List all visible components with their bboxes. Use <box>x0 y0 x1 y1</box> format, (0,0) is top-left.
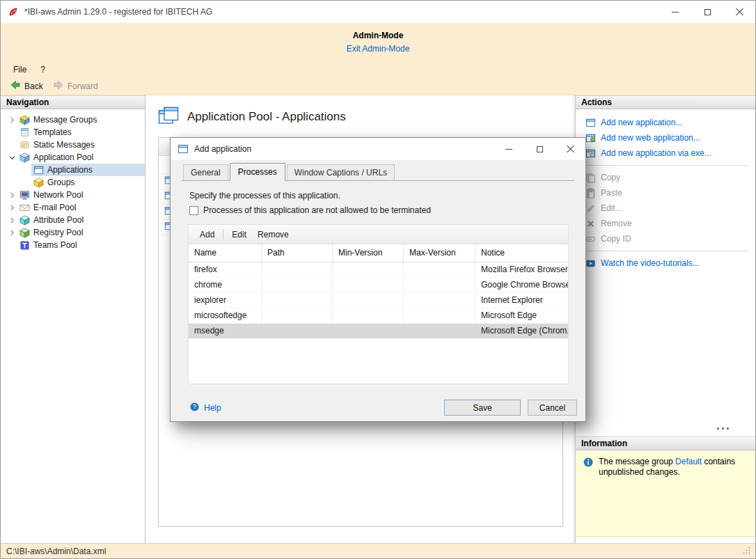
page-title-text: Application Pool - Applications <box>187 110 346 124</box>
chevron-right-icon[interactable] <box>6 205 17 211</box>
action-add-new-web-application[interactable]: Add new web application... <box>576 130 755 145</box>
chevron-right-icon[interactable] <box>6 192 17 198</box>
process-table: Name Path Min-Version Max-Version Notice… <box>188 244 569 384</box>
navigation-toolbar: Back Forward <box>1 77 755 95</box>
action-add-new-application[interactable]: Add new application... <box>576 115 755 130</box>
save-button[interactable]: Save <box>444 400 521 416</box>
dialog-maximize-button[interactable] <box>524 138 555 160</box>
minimize-button[interactable] <box>659 1 691 23</box>
process-row-iexplorer[interactable]: iexplorer Internet Explorer <box>189 293 568 308</box>
window-title: *IBI-aws Admin 1.29.0 - registered for I… <box>24 7 212 17</box>
tab-general[interactable]: General <box>183 164 228 181</box>
copy-id-icon <box>585 233 596 244</box>
cell-path <box>262 308 333 323</box>
info-panel-gripper[interactable] <box>717 427 729 430</box>
column-header-max-version[interactable]: Max-Version <box>404 244 475 262</box>
nav-item-message-groups[interactable]: Message Groups <box>1 113 145 126</box>
nav-item-applications[interactable]: Applications <box>1 164 145 176</box>
nav-item-network-pool[interactable]: Network Pool <box>1 189 145 201</box>
dialog-close-button[interactable] <box>555 138 585 160</box>
minimize-icon <box>672 12 679 13</box>
action-label: Paste <box>601 188 622 198</box>
maximize-icon <box>704 9 711 15</box>
help-icon: ? <box>189 402 200 414</box>
close-button[interactable] <box>723 1 755 23</box>
process-row-chrome[interactable]: chrome Google Chrome Browser <box>189 278 568 293</box>
add-process-button[interactable]: Add <box>194 228 220 242</box>
nav-item-teams-pool[interactable]: Teams Pool <box>1 239 145 251</box>
nav-item-registry-pool[interactable]: Registry Pool <box>1 226 145 239</box>
process-row-microsoftedge[interactable]: microsoftedge Microsoft Edge <box>189 308 568 324</box>
tab-window-captions-urls[interactable]: Window Captions / URLs <box>287 164 395 181</box>
menu-help[interactable]: ? <box>33 63 52 76</box>
teams-pool-icon <box>19 239 30 251</box>
action-copy[interactable]: Copy <box>576 170 755 185</box>
maximize-icon <box>537 146 543 152</box>
column-header-min-version[interactable]: Min-Version <box>333 244 404 262</box>
edit-icon <box>585 203 596 214</box>
column-header-name[interactable]: Name <box>189 244 262 262</box>
chevron-down-icon[interactable] <box>6 155 17 161</box>
copy-icon <box>585 172 596 183</box>
network-pool-icon <box>19 189 30 200</box>
action-label: Watch the video-tutorials... <box>601 258 700 268</box>
dialog-tab-strip: General Processes Window Captions / URLs <box>182 162 574 181</box>
cell-name: microsoftedge <box>189 308 262 323</box>
action-add-new-application-via-exe[interactable]: Add new application via exe... <box>576 145 755 161</box>
nav-item-attribute-pool[interactable]: Attribute Pool <box>1 214 145 226</box>
maximize-button[interactable] <box>691 1 723 23</box>
cell-notice: Microsoft Edge (Chrom... <box>475 324 568 338</box>
nav-item-application-pool[interactable]: Application Pool <box>1 151 145 164</box>
cell-name: iexplorer <box>189 293 262 308</box>
help-link[interactable]: ? Help <box>189 402 221 414</box>
process-row-firefox[interactable]: firefox Mozilla Firefox Browser <box>189 262 568 278</box>
tab-processes[interactable]: Processes <box>230 163 285 181</box>
chevron-right-icon[interactable] <box>6 117 17 123</box>
edit-process-button[interactable]: Edit <box>226 228 252 242</box>
menu-file[interactable]: File <box>6 63 33 76</box>
action-copy-id[interactable]: Copy ID <box>576 231 755 246</box>
terminate-checkbox[interactable] <box>189 206 198 215</box>
actions-list: Add new application... Add new web appli… <box>576 109 755 271</box>
column-header-path[interactable]: Path <box>262 244 333 262</box>
dialog-window-controls <box>494 138 585 160</box>
nav-item-static-messages[interactable]: Static Messages <box>1 139 145 151</box>
page-title: Application Pool - Applications <box>158 107 346 127</box>
nav-item-label: E-mail Pool <box>33 203 76 212</box>
action-watch-video-tutorials[interactable]: Watch the video-tutorials... <box>576 255 755 271</box>
remove-process-button[interactable]: Remove <box>252 228 294 242</box>
chevron-right-icon[interactable] <box>6 230 17 236</box>
action-edit[interactable]: Edit... <box>576 200 755 216</box>
chevron-right-icon[interactable] <box>6 217 17 223</box>
nav-item-label: Network Pool <box>33 190 83 200</box>
back-button[interactable]: Back <box>6 78 49 94</box>
add-application-exe-icon <box>585 148 596 159</box>
static-messages-icon <box>19 139 30 150</box>
forward-button[interactable]: Forward <box>49 78 104 94</box>
column-header-notice[interactable]: Notice <box>475 244 568 262</box>
nav-item-templates[interactable]: Templates <box>1 126 145 139</box>
process-list-group: Add Edit Remove Name Path Min-Version Ma… <box>188 224 569 384</box>
processes-description: Specify the processes of this applicatio… <box>189 191 340 200</box>
action-paste[interactable]: Paste <box>576 185 755 200</box>
dialog-title: Add application <box>194 144 251 154</box>
action-remove[interactable]: Remove <box>576 216 755 231</box>
dialog-minimize-button[interactable] <box>494 138 524 160</box>
terminate-checkbox-label: Processes of this application are not al… <box>203 205 431 215</box>
nav-item-label: Message Groups <box>33 115 97 125</box>
default-message-group-link[interactable]: Default <box>675 457 702 466</box>
attribute-pool-icon <box>19 214 30 226</box>
message-groups-icon <box>19 114 30 125</box>
cell-path <box>262 262 333 277</box>
email-pool-icon <box>19 202 30 213</box>
cell-notice: Internet Explorer <box>475 293 568 308</box>
process-row-msedge[interactable]: msedge Microsoft Edge (Chrom... <box>189 324 568 339</box>
resize-grip-icon[interactable] <box>742 546 751 557</box>
cancel-button[interactable]: Cancel <box>528 400 577 416</box>
close-icon <box>735 8 743 16</box>
exit-admin-mode-link[interactable]: Exit Admin-Mode <box>347 44 410 54</box>
nav-item-groups[interactable]: Groups <box>1 176 145 189</box>
help-label: Help <box>204 403 221 413</box>
cell-path <box>262 293 333 308</box>
nav-item-email-pool[interactable]: E-mail Pool <box>1 201 145 214</box>
